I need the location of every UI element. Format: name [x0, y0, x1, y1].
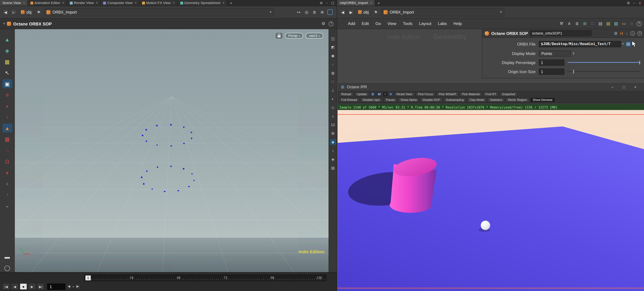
jump-to-start-button[interactable]: |◀: [2, 283, 10, 290]
flag-icon[interactable]: ⚑: [36, 9, 42, 15]
current-frame-marker[interactable]: 1: [85, 276, 91, 280]
display-normals-icon[interactable]: ⊥: [330, 87, 336, 93]
combo-caret-icon[interactable]: ▾: [500, 10, 502, 14]
ipr-button-snapshot[interactable]: Snapshot: [500, 92, 518, 97]
menu-go[interactable]: Go: [372, 18, 384, 29]
view-quad-icon[interactable]: ◫: [330, 36, 336, 41]
origin-icon-size-field[interactable]: 1: [539, 68, 564, 75]
kettle-tool-icon[interactable]: ◒: [2, 201, 12, 210]
help-icon[interactable]: ?: [328, 21, 334, 26]
menu-tools[interactable]: Tools: [400, 18, 416, 29]
sticky-note-icon[interactable]: ▤: [606, 21, 611, 26]
display-percentage-field[interactable]: 1: [539, 59, 564, 65]
cloth-tool-icon[interactable]: ▦: [2, 135, 12, 144]
ipr-button-reload[interactable]: Reload: [339, 92, 354, 97]
projection-pill[interactable]: Persp ▾: [285, 33, 303, 38]
houdini-logo-icon[interactable]: H: [620, 31, 623, 35]
tab-geometry-spreadsheet[interactable]: Geometry Spreadsheet×: [178, 0, 228, 6]
hide-objects-icon[interactable]: ◌: [330, 61, 336, 67]
pane-float-icon[interactable]: ▢: [330, 1, 334, 5]
viewport-lock-icon[interactable]: [276, 33, 282, 38]
pane-close-icon[interactable]: ▮: [638, 1, 642, 5]
origin-icon-size-slider[interactable]: [568, 69, 640, 74]
pane-layout-icon[interactable]: ⊞: [319, 1, 323, 5]
tab-render-view[interactable]: Render View×: [67, 0, 101, 6]
menu-edit[interactable]: Edit: [358, 18, 372, 29]
param-help-icon[interactable]: ?: [638, 31, 642, 35]
camera-view-icon[interactable]: ◉: [330, 53, 336, 59]
tab-animation-editor[interactable]: Animation Editor×: [28, 0, 67, 6]
back-button[interactable]: ◀: [2, 9, 9, 15]
ipr-button-v[interactable]: V: [388, 92, 394, 97]
menu-labs[interactable]: Labs: [435, 18, 450, 29]
pin-pane-icon[interactable]: ↦: [296, 9, 302, 15]
frame-decrement-button[interactable]: ◀: [66, 284, 72, 289]
tab-motion-fx-view[interactable]: Motion FX View×: [140, 0, 178, 6]
sphere-dark-icon[interactable]: ●: [2, 179, 12, 188]
settings-gear-icon[interactable]: ⚙: [614, 31, 618, 35]
view-options-icon[interactable]: ◈: [330, 156, 336, 162]
sculpt-tool-icon[interactable]: ◖: [2, 112, 12, 122]
comb-brush-icon[interactable]: ≡: [2, 90, 12, 99]
sync-selection-icon[interactable]: ⊛: [320, 9, 325, 15]
tab-close-icon[interactable]: ×: [172, 1, 175, 5]
ipr-button-d[interactable]: D: [370, 92, 376, 97]
camera-pill[interactable]: cam1 ▾: [306, 33, 323, 38]
construction-plane-icon[interactable]: ◆: [330, 139, 336, 145]
shaded-mode-icon[interactable]: ◐: [330, 96, 336, 102]
network-tree-icon[interactable]: ⋔: [566, 21, 572, 26]
search-icon[interactable]: ◌: [629, 21, 634, 26]
menu-layout[interactable]: Layout: [416, 18, 435, 29]
ipr-button-show-denoise[interactable]: Show Denoise: [530, 98, 555, 102]
select-cursor-icon[interactable]: ↖: [2, 68, 12, 77]
display-percentage-slider[interactable]: [568, 60, 640, 65]
snap-grid-icon[interactable]: ⊞: [330, 131, 336, 136]
scene-graph-icon[interactable]: ▤: [330, 165, 336, 171]
magnet-tool-icon[interactable]: Ω: [2, 157, 12, 166]
pyro-tool-icon[interactable]: ▲: [2, 124, 12, 133]
ipr-button-show-alpha[interactable]: Show Alpha: [398, 98, 419, 102]
maximize-button[interactable]: □: [618, 83, 629, 90]
back-button[interactable]: ◀: [340, 9, 346, 15]
tab-close-icon[interactable]: ×: [222, 1, 224, 5]
folder-icon[interactable]: ▭: [621, 21, 627, 26]
tab-close-icon[interactable]: ×: [370, 1, 372, 5]
wireframe-icon[interactable]: ◇: [330, 105, 336, 110]
tab-composite-view[interactable]: Composite View×: [101, 0, 140, 6]
context-obj-chip[interactable]: obj: [356, 8, 371, 15]
render-view[interactable]: [338, 110, 644, 291]
display-points-icon[interactable]: ∷: [330, 79, 336, 84]
stop-button[interactable]: ■: [20, 283, 27, 290]
linked-pane-icon[interactable]: [327, 9, 333, 15]
tab-close-icon[interactable]: ×: [96, 1, 98, 5]
grid-dots-icon[interactable]: ∷: [590, 21, 596, 26]
tab-close-icon[interactable]: ×: [23, 1, 25, 5]
lock-view-icon[interactable]: ◩: [330, 44, 336, 50]
list-view-icon[interactable]: ≣: [574, 21, 580, 26]
forward-button[interactable]: ▶: [11, 9, 17, 15]
cone-tool-icon[interactable]: ▲: [2, 35, 12, 44]
lock-icon[interactable]: ▣: [2, 79, 12, 88]
info-icon[interactable]: i: [630, 31, 635, 35]
tab-obj-orbx-import[interactable]: /obj/ORBX_Import×: [337, 0, 375, 6]
flag-icon[interactable]: ⚑: [373, 9, 379, 15]
ipr-button-subsampling[interactable]: Subsampling: [444, 98, 466, 102]
collapse-icon[interactable]: ▾: [3, 22, 5, 25]
menu-add[interactable]: Add: [345, 18, 358, 29]
node-path-combobox[interactable]: ORBX_Import ▾: [44, 8, 274, 16]
notes-icon[interactable]: ▤: [598, 21, 603, 26]
lighting-icon[interactable]: ☼: [330, 113, 336, 119]
annotate-icon[interactable]: ▧: [613, 21, 619, 26]
file-menu-caret-icon[interactable]: ▾: [622, 42, 624, 46]
pane-layout-icon[interactable]: ⊞: [626, 1, 630, 5]
viewport-3d[interactable]: Persp ▾ cam1 ▾ Indie Edition z x: [15, 29, 328, 272]
close-button[interactable]: ×: [630, 83, 641, 90]
dropdown-arrows-icon[interactable]: ⇕: [572, 51, 575, 55]
ipr-titlebar[interactable]: ⊞ Octane IPR –□×: [338, 82, 644, 91]
path-list-icon[interactable]: ≣: [312, 9, 317, 15]
tab-scene-view[interactable]: Scene View×: [0, 0, 28, 6]
ipr-button-update[interactable]: Update: [354, 92, 369, 97]
play-forward-button[interactable]: ▶: [28, 283, 36, 290]
new-tab-button[interactable]: +: [375, 0, 382, 6]
orbx-file-field[interactable]: $JOB/Desktop/Misc/Houdini_Test/T: [539, 41, 621, 47]
